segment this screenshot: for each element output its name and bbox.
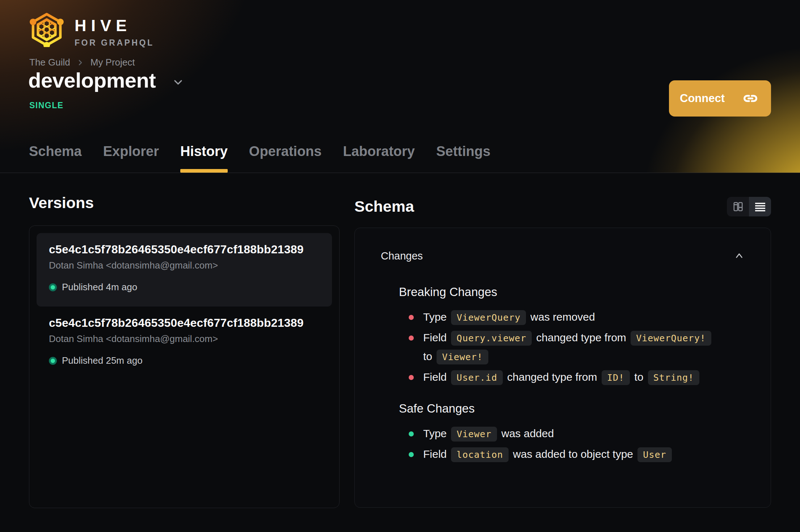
published-dot-icon	[49, 283, 57, 291]
code-chip: Viewer	[451, 427, 497, 442]
list-icon	[755, 201, 766, 212]
version-hash: c5e4c1c5f78b26465350e4ecf677cf188bb21389	[49, 243, 320, 256]
breadcrumb-org[interactable]: The Guild	[29, 57, 70, 68]
columns-icon	[733, 201, 744, 212]
connect-button[interactable]: Connect	[669, 80, 771, 117]
version-hash: c5e4c1c5f78b26465350e4ecf677cf188bb21389	[49, 316, 320, 330]
list-view-button[interactable]	[749, 197, 771, 216]
tabs: SchemaExplorerHistoryOperationsLaborator…	[29, 144, 490, 173]
change-section-safe: Safe ChangesType Viewer was addedField l…	[399, 402, 745, 464]
page-title: development	[28, 69, 156, 92]
version-author: Dotan Simha <dotansimha@gmail.com>	[49, 260, 320, 271]
link-icon	[742, 90, 759, 107]
brand-text: HIVE FOR GRAPHQL	[75, 12, 154, 48]
change-list: Type Viewer was addedField location was …	[399, 424, 745, 464]
tab-operations[interactable]: Operations	[249, 144, 322, 173]
code-chip: ID!	[602, 370, 630, 385]
version-card[interactable]: c5e4c1c5f78b26465350e4ecf677cf188bb21389…	[37, 307, 332, 380]
tab-laboratory[interactable]: Laboratory	[343, 144, 414, 173]
code-chip: User	[637, 447, 671, 462]
schema-header-row: Schema	[354, 197, 771, 216]
code-chip: Viewer!	[437, 350, 488, 364]
code-chip: location	[451, 447, 508, 462]
changes-title: Changes	[381, 250, 423, 262]
view-toggle	[727, 197, 771, 216]
versions-section: Versions c5e4c1c5f78b26465350e4ecf677cf1…	[29, 194, 340, 508]
target-switcher-chevron-down-icon[interactable]	[172, 72, 185, 88]
version-author: Dotan Simha <dotansimha@gmail.com>	[49, 333, 320, 345]
hive-logo-icon	[28, 12, 65, 47]
tab-explorer[interactable]: Explorer	[103, 144, 159, 173]
brand-name: HIVE	[75, 17, 154, 34]
change-item: Field Query.viewer changed type from Vie…	[423, 328, 713, 366]
connect-label: Connect	[680, 92, 725, 105]
code-chip: ViewerQuery	[451, 310, 526, 325]
versions-list: c5e4c1c5f78b26465350e4ecf677cf188bb21389…	[29, 225, 340, 508]
schema-title: Schema	[354, 198, 414, 215]
breadcrumb: The Guild My Project	[29, 57, 135, 68]
brand-tagline: FOR GRAPHQL	[75, 38, 154, 48]
code-chip: ViewerQuery!	[631, 331, 711, 346]
version-card[interactable]: c5e4c1c5f78b26465350e4ecf677cf188bb21389…	[37, 233, 332, 307]
version-status: Published 4m ago	[49, 282, 320, 293]
change-item: Type ViewerQuery was removed	[423, 308, 713, 327]
tab-settings[interactable]: Settings	[436, 144, 490, 173]
changes-panel: Changes Breaking ChangesType ViewerQuery…	[354, 228, 771, 508]
version-status-text: Published 4m ago	[62, 282, 137, 293]
schema-section: Schema	[354, 194, 771, 508]
changes-header[interactable]: Changes	[381, 250, 745, 262]
status-badge: SINGLE	[29, 101, 64, 110]
change-item: Field location was added to object type …	[423, 445, 713, 464]
main-content: Versions c5e4c1c5f78b26465350e4ecf677cf1…	[0, 194, 800, 508]
app-header: HIVE FOR GRAPHQL The Guild My Project de…	[0, 0, 800, 173]
changes-body: Breaking ChangesType ViewerQuery was rem…	[381, 285, 745, 464]
versions-title: Versions	[29, 194, 340, 212]
chevron-up-icon	[733, 250, 745, 262]
columns-view-button[interactable]	[727, 197, 749, 216]
version-status-text: Published 25m ago	[62, 355, 143, 366]
published-dot-icon	[49, 357, 57, 365]
breadcrumb-project[interactable]: My Project	[90, 57, 135, 68]
code-chip: String!	[648, 370, 699, 385]
change-section-breaking: Breaking ChangesType ViewerQuery was rem…	[399, 285, 745, 387]
target-title-row: development	[28, 69, 185, 92]
brand: HIVE FOR GRAPHQL	[28, 12, 154, 48]
version-status: Published 25m ago	[49, 355, 320, 366]
change-section-title: Safe Changes	[399, 402, 745, 415]
tab-schema[interactable]: Schema	[29, 144, 82, 173]
change-item: Field User.id changed type from ID! to S…	[423, 368, 713, 387]
code-chip: User.id	[451, 370, 502, 385]
change-list: Type ViewerQuery was removedField Query.…	[399, 308, 745, 387]
change-item: Type Viewer was added	[423, 424, 713, 443]
change-section-title: Breaking Changes	[399, 285, 745, 299]
breadcrumb-chevron-icon	[76, 58, 85, 67]
code-chip: Query.viewer	[451, 331, 532, 346]
tab-history[interactable]: History	[180, 144, 228, 173]
